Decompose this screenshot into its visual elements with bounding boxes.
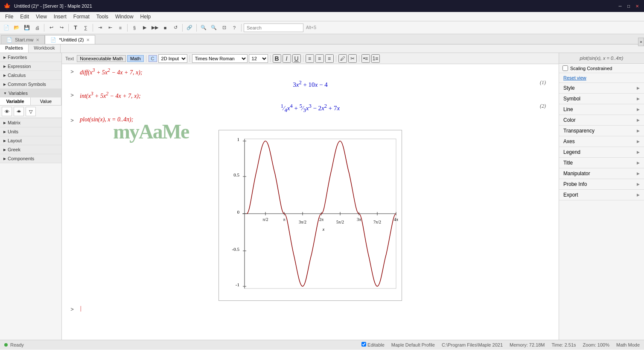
tab-start[interactable]: 📄 Start.mw ✕ [1,35,45,44]
components-arrow: ▶ [3,157,6,161]
print-button[interactable]: 🖨 [32,23,42,32]
sidebar-common-symbols-header[interactable]: ▶ Common Symbols [0,80,61,88]
num-list-button[interactable]: 1≡ [371,54,380,63]
link-button[interactable]: 🔗 [185,23,194,32]
stop-button[interactable]: ■ [160,23,170,32]
eye-slash-button[interactable]: 👁 [14,107,24,116]
menu-file[interactable]: File [2,13,17,21]
rp-symbol[interactable]: Symbol ▶ [559,94,644,104]
menu-window[interactable]: Window [112,13,137,21]
rp-line[interactable]: Line ▶ [559,104,644,115]
eye-button[interactable]: 👁 [2,107,12,116]
rp-title[interactable]: Title ▶ [559,158,644,168]
sidebar-calculus-header[interactable]: ▶ Calculus [0,71,61,79]
common-symbols-arrow: ▶ [3,82,6,86]
path-status: C:\Program Files\Maple 2021 [442,342,503,347]
zoom-out[interactable]: 🔍 [199,23,208,32]
rp-color[interactable]: Color ▶ [559,115,644,126]
sidebar-units-header[interactable]: ▶ Units [0,127,61,136]
right-panel-expand[interactable]: » [638,38,644,46]
close-button[interactable]: ✕ [634,3,641,9]
reset-view-link[interactable]: Reset view [559,73,644,83]
rp-style[interactable]: Style ▶ [559,83,644,94]
restart-button[interactable]: ↺ [171,23,180,32]
palettes-tab[interactable]: Palettes [0,44,29,53]
italic-button[interactable]: I [283,54,291,63]
zoom-in[interactable]: 🔍 [209,23,219,32]
indent-button[interactable]: ⇥ [95,23,105,32]
minimize-button[interactable]: ─ [617,3,624,9]
font-family-select[interactable]: Times New Roman Arial Courier New [192,54,248,63]
menu-edit[interactable]: Edit [17,13,32,21]
editable-checkbox[interactable] [361,342,366,347]
sidebar-favorites-header[interactable]: ▶ Favorites [0,53,61,62]
menu-format[interactable]: Format [70,13,93,21]
rp-axes[interactable]: Axes ▶ [559,136,644,147]
tab-start-close[interactable]: ✕ [36,38,39,42]
tab-untitled[interactable]: 📄 *Untitled (2) ✕ [45,35,95,44]
sidebar-layout-header[interactable]: ▶ Layout [0,136,61,145]
rp-probe-info[interactable]: Probe Info ▶ [559,179,644,190]
ws-cursor[interactable]: | [80,305,82,312]
value-tab[interactable]: Value [31,97,61,105]
sidebar-expression-header[interactable]: ▶ Expression [0,62,61,71]
rp-export[interactable]: Export ▶ [559,190,644,200]
nonexecutable-math-button[interactable]: Nonexecutable Math [77,55,126,62]
sidebar-components-header[interactable]: ▶ Components [0,154,61,163]
sidebar-section-matrix: ▶ Matrix [0,118,61,127]
ws-input-3[interactable]: plot(sin(x), x = 0..4π); [80,116,133,123]
sidebar: ▶ Favorites ▶ Expression ▶ Calculus ▶ Co… [0,53,62,340]
ws-input-1[interactable]: diff(x3 + 5x2 − 4x + 7, x); [80,68,143,76]
align-right[interactable]: ≡ [325,54,334,63]
align-left[interactable]: ≡ [306,54,314,63]
math-button[interactable]: ∑ [81,23,90,32]
plot-container[interactable]: 1 0.5 0 -0.5 -1 π/2 [70,130,550,301]
font-size-select[interactable]: 12 10 14 16 18 [249,54,268,63]
menu-view[interactable]: View [32,13,50,21]
bullet-list-button[interactable]: •≡ [361,54,370,63]
save-button[interactable]: 💾 [22,23,32,32]
execute-button[interactable]: ▶ [140,23,149,32]
new-button[interactable]: 📄 [2,23,11,32]
menu-help[interactable]: Help [137,13,154,21]
variable-tab[interactable]: Variable [0,97,31,105]
math-button-fmt[interactable]: Math [127,55,143,62]
bold-button[interactable]: B [273,54,281,63]
underline-button[interactable]: U [292,54,301,63]
execute-all[interactable]: ▶▶ [150,23,160,32]
undo-button[interactable]: ↩ [47,23,56,32]
insert-section[interactable]: § [130,23,139,32]
sidebar-greek-header[interactable]: ▶ Greek [0,145,61,154]
maximize-button[interactable]: □ [625,3,632,9]
open-button[interactable]: 📂 [12,23,21,32]
rp-manipulator[interactable]: Manipulator ▶ [559,168,644,179]
titlebar-controls[interactable]: ─ □ ✕ [617,3,641,9]
text-button[interactable]: T [71,23,80,32]
ws-input-2[interactable]: int(x3 + 5x2 − 4x + 7, x); [80,91,141,100]
clear-format-button[interactable]: ✂ [348,54,357,63]
list-button[interactable]: ≡ [116,23,125,32]
rp-transparency[interactable]: Transparency ▶ [559,126,644,136]
workbook-tab[interactable]: Workbook [29,44,60,53]
sidebar-variables-header[interactable]: ▼ Variables [0,89,61,97]
menu-insert[interactable]: Insert [50,13,70,21]
sidebar-matrix-header[interactable]: ▶ Matrix [0,118,61,127]
scaling-constrained-checkbox[interactable] [562,65,568,71]
zoom-fit[interactable]: ⊡ [219,23,229,32]
redo-button[interactable]: ↪ [57,23,66,32]
search-input[interactable] [244,24,303,32]
worksheet: myAaMe > diff(x3 + 5x2 − 4x + 7, x); 3x2… [62,64,559,340]
menu-tools[interactable]: Tools [93,13,112,21]
filter-button[interactable]: ▽ [26,107,36,116]
align-center[interactable]: ≡ [315,54,324,63]
rp-legend[interactable]: Legend ▶ [559,147,644,158]
rp-export-label: Export [563,192,578,198]
input-mode-select[interactable]: 2D Input 1D Input [158,54,187,63]
content: Text Nonexecutable Math Math C 2D Input … [62,53,559,340]
tab-untitled-close[interactable]: ✕ [86,38,90,42]
sine-plot[interactable]: 1 0.5 0 -0.5 -1 π/2 [219,130,402,301]
zoom-help[interactable]: ? [230,23,239,32]
outdent-button[interactable]: ⇤ [105,23,115,32]
marker-button[interactable]: 🖊 [338,54,347,63]
favorites-arrow: ▶ [3,56,6,59]
